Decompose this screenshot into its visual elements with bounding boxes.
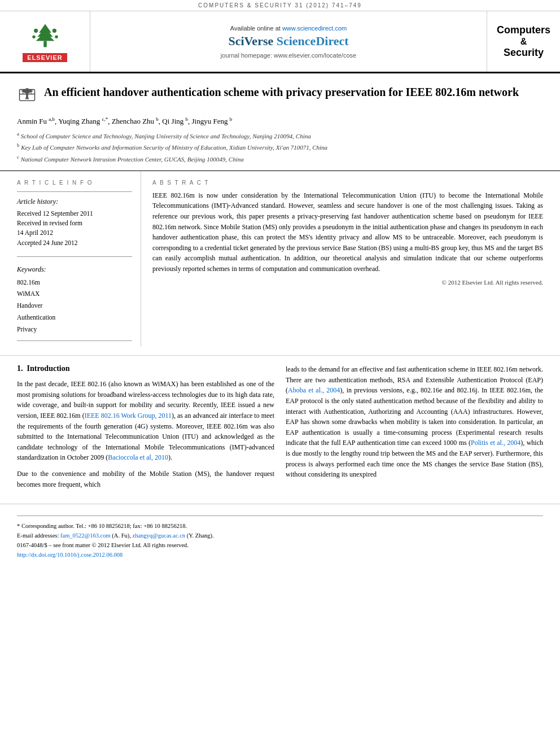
main-content-section: 1. Introduction In the past decade, IEEE…	[0, 356, 560, 504]
article-title: An efficient handover authentication sch…	[44, 85, 519, 100]
divider-3	[17, 340, 132, 341]
accepted-date: Accepted 24 June 2012	[17, 238, 132, 248]
sciencedirect-link[interactable]: www.sciencedirect.com	[282, 25, 347, 32]
header-center: Available online at www.sciencedirect.co…	[90, 11, 487, 72]
author-feng: Jingyu Feng b	[192, 117, 233, 125]
revised-label: Received in revised form	[17, 219, 132, 228]
author-zhang: Yuqing Zhang c,*	[58, 117, 108, 125]
politis-link[interactable]: Politis et al., 2004	[471, 439, 520, 447]
authors-line: Anmin Fu a,b, Yuqing Zhang c,*, Zhenchao…	[17, 116, 543, 126]
section1-right-paragraph1: leads to the demand for an effective and…	[286, 364, 543, 480]
divider-1	[17, 191, 132, 192]
article-history-block: Article history: Received 12 September 2…	[17, 198, 132, 248]
content-right: leads to the demand for an effective and…	[286, 364, 543, 495]
affil-b: b Key Lab of Computer Networks and Infor…	[17, 142, 543, 152]
keyword-2: WiMAX	[17, 288, 132, 300]
keyword-3: Handover	[17, 300, 132, 312]
svg-point-6	[32, 35, 35, 38]
affil-a: a School of Computer Science and Technol…	[17, 130, 543, 141]
affil-c: c National Computer Network Intrusion Pr…	[17, 154, 543, 164]
abstract-label: A B S T R A C T	[152, 180, 543, 186]
section1-title-text: Introduction	[27, 364, 70, 373]
section1-paragraph1: In the past decade, IEEE 802.16 (also kn…	[17, 379, 274, 463]
elsevier-logo-area: ELSEVIER	[0, 11, 90, 72]
svg-rect-0	[43, 41, 46, 47]
elsevier-tree-icon	[28, 21, 62, 50]
divider-2	[17, 256, 132, 257]
sciverse-sci-text: SciVerse	[228, 34, 276, 48]
bacioccola-link[interactable]: Bacioccola et al, 2010	[108, 453, 168, 461]
svg-point-7	[55, 35, 58, 38]
journal-homepage: journal homepage: www.elsevier.com/locat…	[221, 52, 356, 59]
copyright-line: © 2012 Elsevier Ltd. All rights reserved…	[152, 279, 543, 286]
elsevier-logo	[28, 21, 62, 50]
revised-date: 14 April 2012	[17, 228, 132, 238]
received-date: Received 12 September 2011	[17, 209, 132, 219]
keyword-4: Authentication	[17, 312, 132, 324]
keyword-1: 802.16m	[17, 277, 132, 289]
elsevier-brand-text: ELSEVIER	[23, 53, 67, 62]
keywords-label: Keywords:	[17, 265, 132, 274]
content-left: 1. Introduction In the past decade, IEEE…	[17, 364, 274, 495]
svg-marker-15	[25, 97, 29, 99]
journal-name-box: Computers & Security	[497, 24, 550, 59]
available-online-text: Available online at www.sciencedirect.co…	[230, 25, 347, 32]
aboba-link[interactable]: Aboba et al., 2004	[288, 386, 340, 394]
author-fu: Anmin Fu a,b	[17, 117, 55, 125]
footer-doi-link[interactable]: http://dx.doi.org/10.1016/j.cose.2012.06…	[17, 552, 123, 558]
article-info-label: A R T I C L E I N F O	[17, 180, 132, 186]
footer-email1-link[interactable]: fam_0522@163.com	[60, 532, 111, 539]
article-icon-area	[17, 87, 37, 110]
footer-doi: http://dx.doi.org/10.1016/j.cose.2012.06…	[17, 551, 543, 560]
article-header: An efficient handover authentication sch…	[0, 73, 560, 171]
footer-issn: 0167-4048/$ – see front matter © 2012 El…	[17, 541, 543, 551]
journal-top-bar: COMPUTERS & SECURITY 31 (2012) 741–749	[0, 0, 560, 11]
ieee-workgroup-link[interactable]: IEEE 802.16 Work Group, 2011	[85, 412, 172, 420]
author-zhu: Zhenchao Zhu b	[112, 117, 159, 125]
abstract-text: IEEE 802.16m is now under consideration …	[152, 190, 543, 274]
sciverse-logo: SciVerse ScienceDirect	[228, 34, 348, 49]
section1-title: 1. Introduction	[17, 364, 274, 373]
section1-paragraph2: Due to the convenience and mobility of t…	[17, 469, 274, 490]
journal-name-area: Computers & Security	[487, 11, 560, 72]
svg-rect-14	[26, 94, 28, 97]
footer-divider	[17, 516, 543, 516]
history-label: Article history:	[17, 198, 132, 206]
footer-email-line: E-mail addresses: fam_0522@163.com (A. F…	[17, 531, 543, 541]
footer-email2-link[interactable]: zhangyq@gucas.ac.cn	[132, 532, 185, 539]
sciverse-direct-text: ScienceDirect	[277, 34, 349, 48]
footer-star-note: * Corresponding author. Tel.: +86 10 882…	[17, 522, 543, 531]
svg-point-5	[52, 28, 56, 32]
journal-name-security: Security	[497, 47, 550, 59]
abstract-column: A B S T R A C T IEEE 802.16m is now unde…	[152, 171, 543, 347]
header-section: ELSEVIER Available online at www.science…	[0, 11, 560, 73]
journal-name-amp: &	[497, 37, 550, 47]
section1-number: 1.	[17, 364, 23, 373]
footer-email-label: E-mail addresses:	[17, 532, 59, 539]
footer-email1-author: (A. Fu),	[112, 532, 131, 539]
author-jing: Qi Jing b	[162, 117, 188, 125]
journal-name-computers: Computers	[497, 24, 550, 37]
svg-point-4	[34, 28, 38, 32]
graduation-cap-icon	[17, 87, 37, 107]
article-info-abstract-section: A R T I C L E I N F O Article history: R…	[0, 171, 560, 356]
keywords-section: Keywords: 802.16m WiMAX Handover Authent…	[17, 265, 132, 335]
keyword-5: Privacy	[17, 324, 132, 335]
footer-notes: * Corresponding author. Tel.: +86 10 882…	[0, 504, 560, 568]
article-title-row: An efficient handover authentication sch…	[17, 85, 543, 110]
affiliations: a School of Computer Science and Technol…	[17, 130, 543, 163]
footer-email2-author: (Y. Zhang).	[187, 532, 214, 539]
article-info-column: A R T I C L E I N F O Article history: R…	[17, 171, 141, 347]
